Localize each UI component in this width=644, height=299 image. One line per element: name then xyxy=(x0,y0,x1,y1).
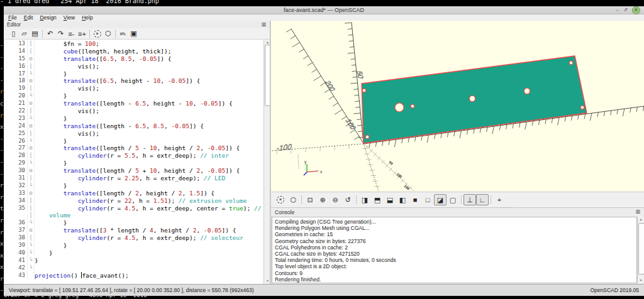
view-bottom-button[interactable]: ⬓ xyxy=(384,194,396,205)
code-line[interactable]: 22│ vis(); xyxy=(4,107,264,115)
render-button[interactable]: ⬡ xyxy=(287,194,299,205)
code-line[interactable]: 30⊟ translate([length / 5 + 10, height /… xyxy=(4,167,264,175)
svg-text:y: y xyxy=(304,160,307,165)
code-line[interactable]: 26└ } xyxy=(4,138,264,145)
code-line[interactable]: 27⊟ translate([length / 5 - 10, height /… xyxy=(4,144,264,152)
view-back-button[interactable]: □ xyxy=(421,194,434,205)
fold-marker[interactable]: ⊟ xyxy=(28,122,35,130)
code-line[interactable]: 37⊟ translate([3 * length / 4, height / … xyxy=(4,227,264,234)
fold-marker[interactable]: ⊟ xyxy=(28,144,35,152)
undo-button[interactable]: ↶ xyxy=(45,29,55,39)
code-line[interactable]: 39└ } xyxy=(4,242,264,249)
fold-marker: │ xyxy=(28,130,35,138)
view-center-button[interactable]: ▢ xyxy=(447,194,459,205)
redo-button[interactable]: ↷ xyxy=(55,29,66,39)
maximize-button[interactable]: ⇗ xyxy=(623,7,628,13)
code-line[interactable]: 13│ $fn = 100; xyxy=(4,40,264,48)
code-line[interactable]: 19│ vis(); xyxy=(4,85,264,92)
minimize-button[interactable]: – xyxy=(616,7,619,13)
zoom-out-button[interactable]: ⊖ xyxy=(329,194,341,205)
code-editor[interactable]: 13│ $fn = 100;14│ cube([length, height, … xyxy=(4,40,264,284)
console-scrollbar[interactable]: ▲ ▼ xyxy=(637,217,644,283)
scroll-down-icon[interactable]: ▼ xyxy=(638,278,644,283)
svg-text:-100: -100 xyxy=(275,143,292,153)
console-output[interactable]: Compiling design (CSG Tree generation)..… xyxy=(272,217,637,283)
save-file-button[interactable]: ▤ xyxy=(30,29,40,39)
code-line[interactable]: 20└ } xyxy=(4,92,264,100)
preview-button[interactable]: » xyxy=(92,29,103,39)
preview-button[interactable]: » xyxy=(274,194,287,205)
new-file-button[interactable]: ▯ xyxy=(8,29,19,39)
fold-marker: └ xyxy=(28,138,35,145)
console-line: Top level object is a 2D object: xyxy=(275,263,636,269)
menu-view[interactable]: View xyxy=(61,14,77,21)
view-right-button[interactable]: ◨ xyxy=(358,194,371,205)
view-diagonal-button[interactable]: ◪ xyxy=(434,194,447,205)
print-service-button[interactable]: ▣ xyxy=(128,29,139,39)
fold-marker: └ xyxy=(28,249,35,257)
view-top-button[interactable]: ⬒ xyxy=(371,194,384,205)
view-left-icon: ◧ xyxy=(399,196,406,204)
code-line[interactable]: 34│ cylinder(r = 22, h = 1.51); // extru… xyxy=(4,197,264,205)
code-line[interactable]: 43projection() face_avant(); xyxy=(4,272,264,280)
code-line[interactable]: 31│ cylinder(r = 2.25, h = extr_deep); /… xyxy=(4,175,264,182)
console-detach-icon[interactable]: ⊠ xyxy=(635,209,640,215)
fold-marker[interactable]: ⊟ xyxy=(28,227,35,234)
code-text: translate([6.5, height - 10, -0.05]) { xyxy=(35,77,264,85)
show-scale-markers-button[interactable]: ∟ xyxy=(476,194,489,205)
unindent-button[interactable]: ≡- xyxy=(66,29,77,39)
menu-edit[interactable]: Edit xyxy=(21,14,36,21)
zoom-in-button[interactable]: ⊕ xyxy=(316,194,329,205)
line-number: 41 xyxy=(4,257,28,264)
export-stl-button[interactable]: STL xyxy=(118,29,128,39)
open-file-button[interactable]: ▱ xyxy=(19,29,30,39)
menu-file[interactable]: File xyxy=(6,14,19,21)
fold-marker[interactable]: ⊟ xyxy=(28,190,35,197)
view-left-button[interactable]: ◧ xyxy=(396,194,409,205)
code-line[interactable]: 38│ cylinder(r = 4.5, h = extr_deep); //… xyxy=(4,234,264,242)
zoom-all-button[interactable]: ⊡ xyxy=(304,194,316,205)
line-number: 16 xyxy=(4,63,28,70)
code-line[interactable]: 24⊟ translate([length - 6.5, 8.5, -0.05]… xyxy=(4,122,264,130)
code-line[interactable]: 14│ cube([length, height, thick]); xyxy=(4,48,264,55)
editor-detach-icon[interactable]: ⊠ xyxy=(261,21,266,28)
code-line[interactable]: 33⊟ translate([length / 2, height / 2, 1… xyxy=(4,190,264,197)
code-line[interactable]: 32└ } xyxy=(4,182,264,190)
code-line[interactable]: 40└ } xyxy=(4,249,264,257)
menu-help[interactable]: Help xyxy=(79,14,95,21)
code-line[interactable]: 21⊟ translate([length - 6.5, height - 10… xyxy=(4,100,264,107)
reset-view-button[interactable]: ↺ xyxy=(341,194,354,205)
code-line[interactable]: 15⊟ translate([6.5, 8.5, -0.05]) { xyxy=(4,55,264,63)
code-line[interactable]: 41└} xyxy=(4,257,264,264)
code-line[interactable]: 17└ } xyxy=(4,70,264,78)
fold-marker: └ xyxy=(28,257,35,264)
code-line[interactable]: 23└ } xyxy=(4,115,264,122)
close-button[interactable]: ✕ xyxy=(632,6,640,14)
code-line[interactable]: 25│ vis(); xyxy=(4,130,264,138)
fold-marker[interactable]: ⊟ xyxy=(28,55,35,63)
code-line[interactable]: 36└ } xyxy=(4,219,264,227)
scroll-up-icon[interactable]: ▲ xyxy=(638,217,644,222)
show-axes-button[interactable]: ⊥ xyxy=(464,194,476,205)
code-line[interactable]: 16│ vis(); xyxy=(4,63,264,70)
indent-button[interactable]: ≡+ xyxy=(77,29,87,39)
fold-marker[interactable]: ⊟ xyxy=(28,77,35,85)
new-file-icon: ▯ xyxy=(11,30,15,38)
code-line[interactable]: │ volume xyxy=(4,212,264,219)
render-button[interactable]: ⬡ xyxy=(103,29,113,39)
code-line[interactable]: 28│ cylinder(r = 5.5, h = extr_deep); //… xyxy=(4,152,264,160)
menu-design[interactable]: Design xyxy=(37,14,58,21)
code-line[interactable]: 18⊟ translate([6.5, height - 10, -0.05])… xyxy=(4,77,264,85)
view-center-icon: ▢ xyxy=(450,196,456,204)
viewport-3d[interactable]: 100200300-1001002005050100150yx xyxy=(271,21,644,192)
console-line: CGAL cache size in bytes: 4271520 xyxy=(275,251,636,257)
code-line[interactable]: 35│ cylinder(r = 4.5, h = extr_deep, cen… xyxy=(4,205,264,212)
title-bar[interactable]: face-avant.scad* — OpenSCAD – ⇗ ✕ xyxy=(4,6,644,14)
code-line[interactable]: 42└ xyxy=(4,264,264,272)
fold-marker[interactable]: ⊟ xyxy=(28,167,35,175)
fold-marker[interactable]: ⊟ xyxy=(28,100,35,107)
plate-hole xyxy=(411,104,414,108)
code-line[interactable]: 29└ } xyxy=(4,160,264,167)
console-scrollbar-thumb[interactable] xyxy=(638,223,644,275)
view-front-button[interactable]: ■ xyxy=(409,194,421,205)
